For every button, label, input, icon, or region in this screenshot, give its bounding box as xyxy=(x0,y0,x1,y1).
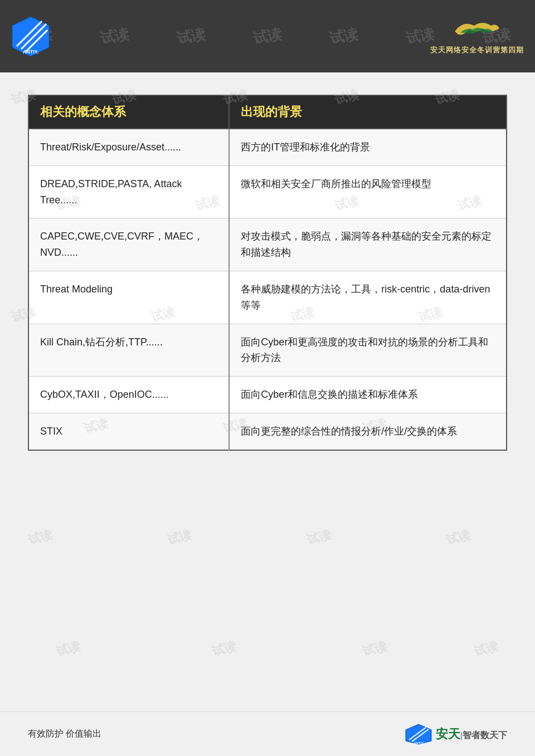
table-cell-col2: 对攻击模式，脆弱点，漏洞等各种基础的安全元素的标定和描述结构 xyxy=(229,218,507,271)
table-cell-col2: 面向Cyber和更高强度的攻击和对抗的场景的分析工具和分析方法 xyxy=(229,324,507,377)
main-content: 相关的概念体系 出现的背景 Threat/Risk/Exposure/Asset… xyxy=(0,72,535,473)
watermark-17: 试读 xyxy=(166,526,193,549)
watermark-20: 试读 xyxy=(54,638,82,660)
page-footer: 有效防护 价值输出 ANTIY 安天|智者数天下 xyxy=(0,711,535,756)
table-cell-col2: 微软和相关安全厂商所推出的风险管理模型 xyxy=(229,165,507,218)
header-wm-4: 试读 xyxy=(251,24,283,48)
table-row: Threat Modeling各种威胁建模的方法论，工具，risk-centri… xyxy=(28,271,507,324)
table-cell-col2: 西方的IT管理和标准化的背景 xyxy=(229,129,507,165)
table-cell-col1: DREAD,STRIDE,PASTA, Attack Tree...... xyxy=(28,165,229,218)
table-row: CybOX,TAXII，OpenIOC......面向Cyber和信息交换的描述… xyxy=(28,377,507,413)
header-right-logo: 安天网络安全冬训营第四期 xyxy=(430,17,524,55)
table-row: STIX面向更完整的综合性的情报分析/作业/交换的体系 xyxy=(28,413,507,450)
col2-header: 出现的背景 xyxy=(229,95,507,129)
header-wm-5: 试读 xyxy=(328,24,359,48)
table-cell-col2: 各种威胁建模的方法论，工具，risk-centric，data-driven等等 xyxy=(229,271,507,324)
watermark-16: 试读 xyxy=(26,526,54,549)
table-cell-col1: Kill Chain,钻石分析,TTP...... xyxy=(28,324,229,377)
watermark-22: 试读 xyxy=(361,638,388,660)
concept-table: 相关的概念体系 出现的背景 Threat/Risk/Exposure/Asset… xyxy=(28,95,507,451)
header-wm-2: 试读 xyxy=(99,24,130,48)
page-header: 试读 试读 试读 试读 试读 试读 试读 ANTIY. 安天网络安全冬训营第四期 xyxy=(0,0,535,72)
table-row: Kill Chain,钻石分析,TTP......面向Cyber和更高强度的攻击… xyxy=(28,324,507,377)
header-wm-3: 试读 xyxy=(175,24,207,48)
table-cell-col2: 面向Cyber和信息交换的描述和标准体系 xyxy=(229,377,507,413)
footer-right: ANTIY 安天|智者数天下 xyxy=(405,723,507,745)
logo-container: ANTIY. xyxy=(11,16,50,57)
table-cell-col1: Threat/Risk/Exposure/Asset...... xyxy=(28,129,229,165)
col1-header: 相关的概念体系 xyxy=(28,95,229,129)
table-row: DREAD,STRIDE,PASTA, Attack Tree......微软和… xyxy=(28,165,507,218)
table-cell-col2: 面向更完整的综合性的情报分析/作业/交换的体系 xyxy=(229,413,507,450)
table-row: Threat/Risk/Exposure/Asset......西方的IT管理和… xyxy=(28,129,507,165)
table-cell-col1: Threat Modeling xyxy=(28,271,229,324)
watermark-19: 试读 xyxy=(444,526,472,549)
watermark-21: 试读 xyxy=(210,638,238,660)
footer-logo-main: 安天|智者数天下 xyxy=(436,726,507,743)
table-cell-col1: CybOX,TAXII，OpenIOC...... xyxy=(28,377,229,413)
footer-left-text: 有效防护 价值输出 xyxy=(28,728,101,740)
table-row: CAPEC,CWE,CVE,CVRF，MAEC，NVD......对攻击模式，脆… xyxy=(28,218,507,271)
table-cell-col1: STIX xyxy=(28,413,229,450)
watermark-23: 试读 xyxy=(472,638,500,660)
svg-text:ANTIY: ANTIY xyxy=(414,742,424,745)
svg-text:ANTIY.: ANTIY. xyxy=(23,49,39,55)
table-cell-col1: CAPEC,CWE,CVE,CVRF，MAEC，NVD...... xyxy=(28,218,229,271)
company-name: 安天网络安全冬训营第四期 xyxy=(430,45,524,55)
logo-hex: ANTIY. xyxy=(11,16,50,57)
watermark-18: 试读 xyxy=(305,526,333,549)
